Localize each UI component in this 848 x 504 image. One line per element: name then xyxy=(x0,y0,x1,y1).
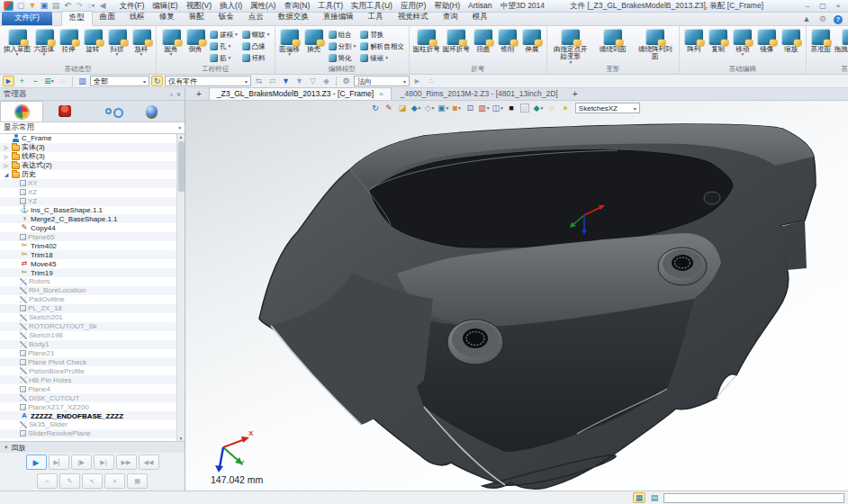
tree-item-merge2-c-baseshape-1-1[interactable]: ◑Merge2_C_BaseShape.1.1 xyxy=(0,214,185,223)
tree-item-trim19[interactable]: ✂Trim19 xyxy=(0,268,185,277)
normal-select[interactable]: 法向▾ xyxy=(354,76,410,86)
button-复制[interactable]: 复制 xyxy=(707,27,730,53)
button-组合[interactable]: 组合 xyxy=(327,29,358,40)
tree-item-sk35-slider[interactable]: Sk35_Slider xyxy=(0,420,185,429)
tree-item-xy[interactable]: XY xyxy=(0,179,185,188)
button-分割[interactable]: 分割▾ xyxy=(327,40,358,52)
button-由指定点开始变形[interactable]: 由指定点开始变形▾ xyxy=(550,27,591,64)
remove-icon[interactable]: − xyxy=(30,76,41,86)
ribbon-tab-直接编辑[interactable]: 直接编辑 xyxy=(316,11,361,25)
button-伸展[interactable]: 伸展 xyxy=(520,27,544,53)
button-移动[interactable]: 移动▾ xyxy=(731,27,754,56)
rewind-button[interactable]: ◀◀ xyxy=(139,454,159,470)
ribbon-tab-修复[interactable]: 修复 xyxy=(152,11,182,25)
ribbon-tab-造型[interactable]: 造型 xyxy=(61,11,93,26)
button-放样[interactable]: 放样▾ xyxy=(130,27,153,56)
button-阵列[interactable]: 阵列 xyxy=(682,27,706,53)
ribbon-tab-点云[interactable]: 点云 xyxy=(241,11,271,25)
new-file-icon[interactable]: ▢ xyxy=(15,1,26,11)
menu-实用工具-u-[interactable]: 实用工具(U) xyxy=(347,1,397,12)
tree-item-zzzzz-endofbase-zzzz[interactable]: AZZZZZ_ENDOFBASE_ZZZZ xyxy=(0,411,185,420)
filter-face-icon[interactable]: ▼ xyxy=(293,76,305,86)
back-icon[interactable]: ◀ xyxy=(97,1,108,11)
filter-all-select[interactable]: 全部▾ xyxy=(90,76,149,86)
pair-icon[interactable]: ⇆ xyxy=(253,76,265,86)
menu-编辑-e-[interactable]: 编辑(E) xyxy=(149,1,182,12)
tree-item-sketch198[interactable]: Sketch198 xyxy=(0,331,185,340)
minimize-button[interactable]: – xyxy=(801,1,814,11)
browser-toggle-icon[interactable]: ▦ xyxy=(633,492,645,503)
collapse-ribbon-icon[interactable]: ▲ xyxy=(801,14,812,24)
edit-replay-button[interactable]: ✎ xyxy=(59,473,80,489)
button-缠绕到面[interactable]: 缠绕到面 xyxy=(592,27,634,53)
lasso-icon[interactable]: ◌ xyxy=(57,76,68,86)
command-input[interactable] xyxy=(663,493,844,503)
close-panel-icon[interactable]: × xyxy=(176,90,181,99)
button-凸缘[interactable]: 凸缘 xyxy=(240,40,272,52)
button-圆柱折弯[interactable]: 圆柱折弯 xyxy=(412,27,441,53)
pick-secondary-icon[interactable]: ► xyxy=(411,76,423,86)
ribbon-tab-模具[interactable]: 模具 xyxy=(465,11,495,25)
assembly-manager-tab[interactable] xyxy=(43,101,86,122)
doc-tab--z3-gl-brakesmodel[interactable]: _Z3_GL_BrakesModelB_2013.Z3 - [C_Frame]× xyxy=(209,87,392,100)
regen-icon[interactable]: ↻ xyxy=(370,103,381,113)
tree-item-planexz17-xz200[interactable]: PlaneXZ17_XZ200 xyxy=(0,402,185,411)
tree-item-xz[interactable]: XZ xyxy=(0,188,185,197)
new-tab-button[interactable]: + xyxy=(191,89,207,100)
tree-item-rotors[interactable]: Rotors xyxy=(0,277,185,286)
button-筋[interactable]: 筋▾ xyxy=(208,52,239,64)
button-倒角[interactable]: 倒角 xyxy=(184,27,207,53)
help-icon[interactable]: ? xyxy=(834,15,843,24)
menu-帮助-h-[interactable]: 帮助(H) xyxy=(430,1,465,12)
button-面偏移[interactable]: 面偏移▾ xyxy=(278,27,302,56)
menu-查询-n-[interactable]: 查询(N) xyxy=(280,1,314,12)
tree-item-ins-c-baseshape-1-1[interactable]: ⚓Ins_C_BaseShape.1.1 xyxy=(0,206,185,215)
multiview-icon[interactable]: ◫▾ xyxy=(492,103,503,113)
tree-item-历史[interactable]: ◢历史 xyxy=(0,170,185,179)
spin-icon[interactable]: ◌▾ xyxy=(86,1,96,11)
tree-item-hb-pin-holes[interactable]: HB Pin Holes xyxy=(0,375,185,384)
button-扫掠[interactable]: 扫掠▾ xyxy=(105,27,129,56)
history-manager-tab[interactable] xyxy=(0,101,43,122)
tree-item-rh-borelocation[interactable]: RH_BoreLocation xyxy=(0,286,185,295)
scroll-thumb[interactable] xyxy=(178,141,185,192)
view-manager-tab[interactable] xyxy=(130,101,173,122)
button-拔模[interactable]: 拔模▾ xyxy=(208,29,239,40)
tree-item-pl-zx-18[interactable]: PL_ZX_18 xyxy=(0,304,185,313)
button-缠绕阵列到面[interactable]: 缠绕阵列到面 xyxy=(635,27,676,61)
close-button[interactable]: × xyxy=(832,1,844,11)
entity-filter-select[interactable]: 仅有零件▾ xyxy=(165,76,251,86)
expander-icon[interactable]: ▷ xyxy=(3,162,10,168)
ribbon-tab-曲面[interactable]: 曲面 xyxy=(93,11,122,25)
button-解析自相交[interactable]: 解析自相交 xyxy=(358,40,406,52)
ribbon-tab-工具[interactable]: 工具 xyxy=(361,11,391,25)
eraser-icon[interactable]: ✎ xyxy=(383,103,394,113)
ribbon-tab-视觉样式[interactable]: 视觉样式 xyxy=(391,11,436,25)
file-menu-button[interactable]: 文件(F) xyxy=(2,12,52,25)
button-拖拽基准面[interactable]: 拖拽基准面 xyxy=(834,27,848,53)
button-抽壳[interactable]: 抽壳 xyxy=(302,27,326,53)
open-file-icon[interactable]: ▼ xyxy=(27,1,38,11)
export-view-icon[interactable]: ◪ xyxy=(397,103,408,113)
menu-插入-i-[interactable]: 插入(I) xyxy=(216,1,247,12)
restore-button[interactable]: ▢ xyxy=(816,1,829,11)
ribbon-tab-查询[interactable]: 查询 xyxy=(436,11,465,25)
scroll-up-icon[interactable]: ▲ xyxy=(179,134,184,140)
button-简化[interactable]: 简化 xyxy=(327,52,358,64)
button-螺纹[interactable]: 螺纹▾ xyxy=(240,29,272,40)
view-orb-icon[interactable]: ● xyxy=(560,103,571,113)
tree-item-plane4[interactable]: Plane4 xyxy=(0,384,185,393)
button-镜像[interactable]: 镜像 xyxy=(755,27,779,53)
play-from-button[interactable]: (▶ xyxy=(71,454,92,470)
add-box-icon[interactable]: ⊞▾ xyxy=(43,76,55,86)
black-bg-swatch[interactable]: ■ xyxy=(506,103,517,113)
menu-属性-a-[interactable]: 属性(A) xyxy=(247,1,280,12)
tree-filter-select[interactable]: 显示常用 ▾ xyxy=(0,122,185,134)
tree-item-yz[interactable]: YZ xyxy=(0,197,185,206)
filter-shape-icon[interactable]: ▼ xyxy=(280,76,292,86)
tree-item-pistonboreprofile[interactable]: PistonBoreProfile xyxy=(0,366,185,375)
select-replay-button[interactable]: ↖ xyxy=(82,473,103,489)
button-圆环折弯[interactable]: 圆环折弯 xyxy=(442,27,471,53)
visibility-manager-tab[interactable] xyxy=(86,101,130,122)
tree-item-trim18[interactable]: ✂Trim18 xyxy=(0,250,185,259)
